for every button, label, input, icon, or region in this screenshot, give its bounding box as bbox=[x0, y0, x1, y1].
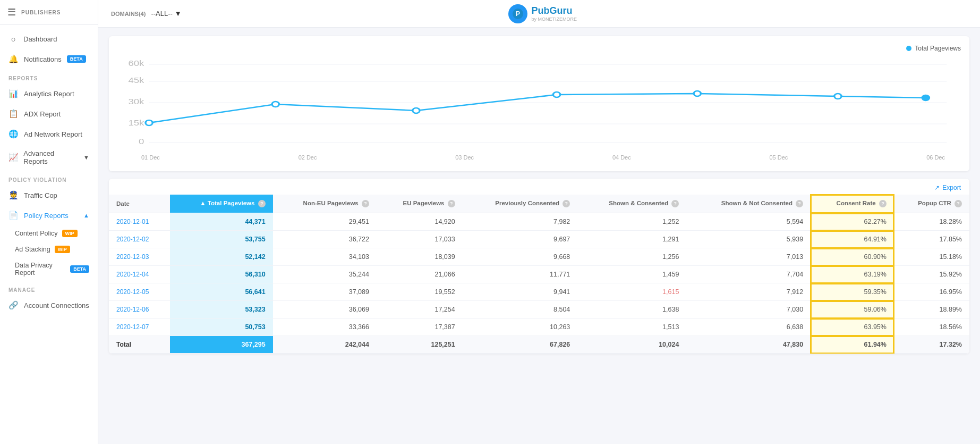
cell-shown-consented: 1,256 bbox=[577, 248, 686, 266]
cell-shown-consented: 1,513 bbox=[577, 319, 686, 336]
sidebar-item-traffic-cop[interactable]: 👮 Traffic Cop bbox=[0, 185, 98, 205]
cell-popup-ctr: 18.56% bbox=[894, 319, 969, 336]
logo-sub: by MONETIZEMORE bbox=[532, 16, 577, 22]
cell-shown-not-consented: 7,030 bbox=[686, 301, 811, 319]
cell-shown-consented: 1,252 bbox=[577, 213, 686, 231]
chart-x-labels: 01 Dec 02 Dec 03 Dec 04 Dec 05 Dec 06 De… bbox=[117, 154, 961, 161]
total-pv-info-icon[interactable]: ? bbox=[258, 200, 266, 207]
notifications-badge: BETA bbox=[67, 55, 86, 63]
data-privacy-label: Data Privacy Report bbox=[15, 262, 66, 277]
export-button[interactable]: ↗ Export bbox=[934, 184, 961, 191]
sidebar-item-policy-reports[interactable]: 📄 Policy Reports ▲ bbox=[0, 205, 98, 225]
cell-popup-ctr: 18.28% bbox=[894, 213, 969, 231]
traffic-cop-label: Traffic Cop bbox=[24, 191, 57, 199]
cell-popup-ctr: 15.92% bbox=[894, 266, 969, 283]
cell-shown-not-consented: 6,638 bbox=[686, 319, 811, 336]
sidebar-item-notifications[interactable]: 🔔 Notifications BETA bbox=[0, 49, 98, 69]
cell-shown-not-consented: 7,912 bbox=[686, 283, 811, 301]
table-row: 2020-12-0253,75536,72217,0339,6971,2915,… bbox=[109, 231, 969, 248]
cell-popup-ctr: 16.95% bbox=[894, 283, 969, 301]
notifications-icon: 🔔 bbox=[8, 54, 19, 64]
domains-select[interactable]: --ALL-- ▼ bbox=[151, 10, 181, 18]
sidebar-item-notifications-label: Notifications bbox=[24, 55, 62, 63]
sidebar-header: ☰ PUBLISHERS bbox=[0, 0, 98, 25]
table-body: 2020-12-0144,37129,45114,9207,9821,2525,… bbox=[109, 213, 969, 354]
col-date: Date bbox=[109, 195, 170, 213]
col-total-pv[interactable]: ▲ Total Pageviews ? bbox=[170, 195, 273, 213]
svg-text:15k: 15k bbox=[128, 119, 144, 127]
popup-ctr-info-icon[interactable]: ? bbox=[955, 200, 962, 207]
cell-non-eu: 35,244 bbox=[273, 266, 377, 283]
non-eu-info-icon[interactable]: ? bbox=[362, 200, 369, 207]
x-label-3: 03 Dec bbox=[455, 154, 474, 161]
traffic-cop-icon: 👮 bbox=[8, 190, 19, 200]
cell-prev-consented: 9,697 bbox=[463, 231, 578, 248]
cell-total-pv: 53,323 bbox=[170, 301, 273, 319]
shown-not-consented-info-icon[interactable]: ? bbox=[796, 200, 803, 207]
eu-info-icon[interactable]: ? bbox=[448, 200, 455, 207]
cell-shown-not-consented: 7,704 bbox=[686, 266, 811, 283]
cell-shown-consented: 1,615 bbox=[577, 283, 686, 301]
logo-icon: P bbox=[508, 4, 527, 23]
cell-non-eu: 37,089 bbox=[273, 283, 377, 301]
legend-label: Total Pageviews bbox=[915, 45, 961, 52]
cell-popup-ctr: 15.18% bbox=[894, 248, 969, 266]
cell-consent-rate: 63.19% bbox=[811, 266, 894, 283]
cell-total-pv: 56,310 bbox=[170, 266, 273, 283]
cell-prev-consented: 9,668 bbox=[463, 248, 578, 266]
sidebar-item-dashboard[interactable]: ○ Dashboard bbox=[0, 29, 98, 49]
dashboard-icon: ○ bbox=[8, 35, 18, 44]
svg-text:P: P bbox=[516, 10, 520, 18]
shown-consented-info-icon[interactable]: ? bbox=[671, 200, 679, 207]
cell-eu: 17,254 bbox=[377, 301, 463, 319]
cell-prev-consented: 7,982 bbox=[463, 213, 578, 231]
svg-text:30k: 30k bbox=[128, 97, 144, 105]
consent-rate-info-icon[interactable]: ? bbox=[879, 200, 887, 207]
sidebar-item-adx-report[interactable]: 📋 ADX Report bbox=[0, 104, 98, 124]
adx-report-label: ADX Report bbox=[24, 110, 61, 118]
sidebar-item-ad-stacking[interactable]: Ad Stacking WIP bbox=[0, 241, 98, 257]
table-row: 2020-12-0556,64137,08919,5529,9411,6157,… bbox=[109, 283, 969, 301]
table-total-row: Total367,295242,044125,25167,82610,02447… bbox=[109, 336, 969, 354]
adx-report-icon: 📋 bbox=[8, 109, 19, 119]
cell-date: 2020-12-07 bbox=[109, 319, 170, 336]
table-row: 2020-12-0456,31035,24421,06611,7711,4597… bbox=[109, 266, 969, 283]
col-shown-not-consented: Shown & Not Consented ? bbox=[686, 195, 811, 213]
analytics-report-label: Analytics Report bbox=[24, 90, 74, 98]
sidebar-item-dashboard-label: Dashboard bbox=[23, 35, 57, 43]
cell-total-pv: 44,371 bbox=[170, 213, 273, 231]
cell-consent-rate: 63.95% bbox=[811, 319, 894, 336]
cell-eu: 18,039 bbox=[377, 248, 463, 266]
sidebar-item-content-policy[interactable]: Content Policy WIP bbox=[0, 225, 98, 241]
x-label-4: 04 Dec bbox=[612, 154, 631, 161]
sidebar-item-account-connections[interactable]: 🔗 Account Connections bbox=[0, 295, 98, 315]
manage-section-label: MANAGE bbox=[0, 281, 98, 295]
sidebar-item-data-privacy[interactable]: Data Privacy Report BETA bbox=[0, 257, 98, 281]
cell-total-pv: 52,142 bbox=[170, 248, 273, 266]
cell-eu: 14,920 bbox=[377, 213, 463, 231]
cell-eu: 17,033 bbox=[377, 231, 463, 248]
col-popup-ctr: Popup CTR ? bbox=[894, 195, 969, 213]
col-shown-consented: Shown & Consented ? bbox=[577, 195, 686, 213]
hamburger-icon[interactable]: ☰ bbox=[7, 6, 16, 18]
cell-date: 2020-12-02 bbox=[109, 231, 170, 248]
x-label-2: 02 Dec bbox=[299, 154, 317, 161]
sidebar-item-analytics-report[interactable]: 📊 Analytics Report bbox=[0, 83, 98, 104]
logo-text-area: PubGuru by MONETIZEMORE bbox=[532, 5, 577, 22]
content-policy-label: Content Policy bbox=[15, 230, 58, 237]
account-connections-icon: 🔗 bbox=[8, 300, 19, 310]
account-connections-label: Account Connections bbox=[24, 301, 89, 309]
analytics-report-icon: 📊 bbox=[8, 89, 19, 98]
sidebar-item-ad-network-report[interactable]: 🌐 Ad Network Report bbox=[0, 124, 98, 144]
cell-shown-consented: 1,291 bbox=[577, 231, 686, 248]
content-area: Total Pageviews 60k 45k 30k 15k 0 bbox=[98, 28, 980, 444]
cell-consent-rate: 60.90% bbox=[811, 248, 894, 266]
cell-consent-rate: 59.06% bbox=[811, 301, 894, 319]
table-header-row: Date ▲ Total Pageviews ? Non-EU Pageview… bbox=[109, 195, 969, 213]
table-card: ↗ Export Date ▲ Total Pageviews ? Non-EU… bbox=[109, 179, 969, 354]
sidebar-item-advanced-reports[interactable]: 📈 Advanced Reports ▼ bbox=[0, 144, 98, 171]
prev-consented-info-icon[interactable]: ? bbox=[563, 200, 570, 207]
policy-reports-icon: 📄 bbox=[8, 211, 19, 220]
cell-date: 2020-12-03 bbox=[109, 248, 170, 266]
cell-date: 2020-12-06 bbox=[109, 301, 170, 319]
